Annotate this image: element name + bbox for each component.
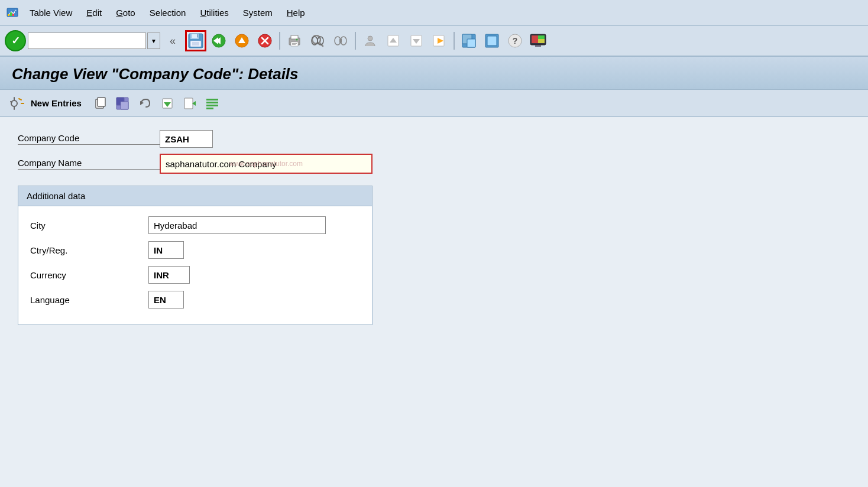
svg-rect-22 bbox=[292, 43, 297, 44]
transfer-icon bbox=[432, 33, 447, 48]
menu-utilities[interactable]: Utilities bbox=[194, 5, 234, 20]
person-button-1[interactable] bbox=[359, 30, 381, 51]
cancel-icon bbox=[257, 33, 273, 48]
print-button[interactable] bbox=[284, 30, 305, 51]
svg-rect-50 bbox=[532, 35, 538, 43]
page-title: Change View "Company Code": Details bbox=[12, 65, 856, 83]
ctry-reg-row: Ctry/Reg. bbox=[30, 241, 360, 259]
city-input[interactable] bbox=[148, 216, 326, 234]
company-name-row: Company Name www.saphanatutor.com bbox=[18, 154, 850, 174]
menu-table-view[interactable]: Table View bbox=[24, 5, 78, 20]
toolbar-sep-1 bbox=[279, 32, 280, 50]
list-icon bbox=[205, 96, 219, 111]
monitor-icon bbox=[529, 33, 547, 48]
nav-back-button[interactable] bbox=[208, 30, 229, 51]
layout-button-1[interactable] bbox=[458, 30, 480, 51]
command-dropdown-button[interactable]: ▼ bbox=[147, 33, 160, 49]
company-code-label: Company Code bbox=[18, 133, 160, 145]
language-label: Language bbox=[30, 295, 148, 305]
svg-rect-52 bbox=[538, 39, 545, 43]
move-button[interactable] bbox=[158, 95, 176, 112]
menu-edit-label: Edit bbox=[86, 8, 102, 18]
nav-up-button[interactable] bbox=[231, 30, 252, 51]
svg-point-54 bbox=[11, 100, 17, 106]
menu-edit[interactable]: Edit bbox=[80, 5, 108, 20]
toolbar: ✓ ▼ « bbox=[0, 26, 868, 57]
back-button[interactable]: « bbox=[162, 30, 183, 51]
copy-button[interactable] bbox=[91, 95, 109, 112]
svg-rect-7 bbox=[192, 34, 197, 38]
svg-rect-43 bbox=[467, 39, 475, 47]
confirm-button[interactable]: ✓ bbox=[5, 30, 26, 51]
select-all-button[interactable] bbox=[114, 95, 131, 112]
svg-rect-4 bbox=[15, 11, 17, 16]
command-input[interactable] bbox=[28, 33, 146, 49]
nav-back-icon bbox=[211, 33, 226, 48]
currency-row: Currency bbox=[30, 265, 360, 284]
company-name-input[interactable] bbox=[160, 154, 373, 174]
toolbar-sep-3 bbox=[454, 32, 455, 50]
copy-icon bbox=[93, 96, 107, 111]
section-header: Additional data bbox=[18, 186, 372, 206]
menu-system[interactable]: System bbox=[237, 5, 278, 20]
svg-rect-23 bbox=[292, 44, 296, 45]
move-entry-icon bbox=[183, 96, 197, 111]
transfer-button[interactable] bbox=[429, 30, 450, 51]
page-down-icon bbox=[409, 33, 424, 48]
list-button[interactable] bbox=[203, 95, 221, 112]
select-all-icon bbox=[115, 96, 129, 111]
svg-rect-3 bbox=[12, 14, 14, 16]
svg-rect-21 bbox=[291, 42, 298, 46]
help-icon: ? bbox=[507, 33, 523, 48]
svg-text:?: ? bbox=[513, 36, 518, 46]
svg-rect-1 bbox=[8, 14, 9, 16]
svg-rect-51 bbox=[538, 35, 545, 39]
menu-selection[interactable]: Selection bbox=[144, 5, 192, 20]
language-row: Language bbox=[30, 290, 360, 309]
find-icon bbox=[310, 33, 325, 48]
svg-rect-61 bbox=[98, 98, 105, 106]
page-down-button[interactable] bbox=[406, 30, 427, 51]
monitor-button[interactable] bbox=[527, 30, 549, 51]
svg-rect-72 bbox=[206, 105, 218, 106]
svg-rect-73 bbox=[206, 108, 213, 109]
save-button[interactable] bbox=[185, 30, 206, 51]
settings-icon bbox=[9, 95, 26, 112]
language-input[interactable] bbox=[148, 291, 184, 309]
company-code-input[interactable] bbox=[160, 130, 213, 148]
menu-help[interactable]: Help bbox=[281, 5, 311, 20]
company-code-row: Company Code bbox=[18, 129, 850, 149]
svg-rect-71 bbox=[206, 102, 218, 103]
toolbar-sep-2 bbox=[355, 32, 356, 50]
svg-rect-8 bbox=[197, 34, 198, 37]
layout-button-2[interactable] bbox=[481, 30, 503, 51]
currency-input[interactable] bbox=[148, 266, 190, 284]
svg-rect-33 bbox=[339, 39, 342, 43]
svg-rect-70 bbox=[206, 99, 218, 100]
menu-goto-label: Goto bbox=[116, 8, 135, 18]
move-entry-button[interactable] bbox=[181, 95, 199, 112]
currency-label: Currency bbox=[30, 270, 148, 280]
menu-help-label: Help bbox=[287, 8, 305, 18]
menu-goto[interactable]: Goto bbox=[110, 5, 141, 20]
menu-system-label: System bbox=[243, 8, 273, 18]
page-up-button[interactable] bbox=[383, 30, 404, 51]
city-label: City bbox=[30, 220, 148, 230]
section-body: City Ctry/Reg. Currency Language bbox=[18, 206, 372, 324]
command-input-wrapper: ▼ bbox=[28, 33, 160, 49]
find-next-button[interactable] bbox=[330, 30, 351, 51]
ctry-reg-input[interactable] bbox=[148, 241, 184, 259]
cancel-button[interactable] bbox=[254, 30, 276, 51]
svg-rect-45 bbox=[487, 36, 497, 46]
find-button[interactable] bbox=[307, 30, 328, 51]
layout-icon-1 bbox=[461, 33, 477, 48]
page-up-icon bbox=[386, 33, 401, 48]
layout-icon-2 bbox=[484, 33, 500, 48]
help-button[interactable]: ? bbox=[504, 30, 526, 51]
undo-icon bbox=[138, 96, 152, 111]
undo-button[interactable] bbox=[136, 95, 154, 112]
find-next-icon bbox=[333, 33, 348, 48]
additional-data-section: Additional data City Ctry/Reg. Currency … bbox=[18, 186, 373, 325]
svg-rect-64 bbox=[121, 102, 128, 109]
svg-rect-20 bbox=[291, 35, 298, 39]
